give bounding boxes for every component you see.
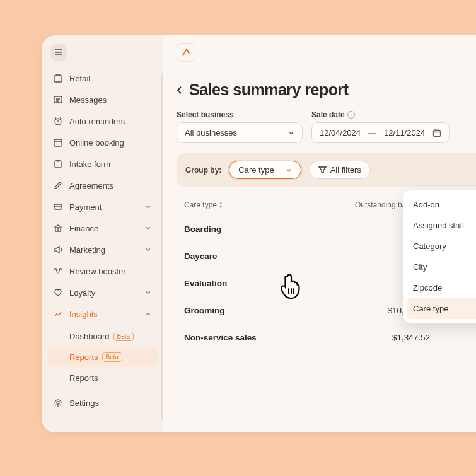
date-separator: — [368, 128, 376, 137]
nav-finance[interactable]: Finance [47, 218, 158, 238]
select-business-value: All businesses [185, 128, 237, 137]
back-button[interactable] [177, 86, 183, 95]
dropdown-option[interactable]: Category [407, 236, 476, 257]
select-business-dropdown[interactable]: All businesses [177, 122, 303, 143]
select-business-group: Select business All businesses [177, 110, 303, 143]
nav-payment[interactable]: Payment [47, 197, 158, 217]
chart-icon [53, 309, 63, 319]
chevron-down-icon [286, 167, 292, 173]
group-by-value: Care type [238, 165, 274, 175]
megaphone-icon [53, 245, 63, 255]
nav-label: Settings [69, 398, 151, 408]
filter-row: Select business All businesses Sale date… [177, 110, 476, 143]
date-to: 12/11/2024 [384, 128, 425, 137]
nav-label: Loyalty [69, 288, 139, 298]
subnav-label: Reports [69, 352, 98, 362]
row-name: Boarding [184, 224, 310, 234]
table-row[interactable]: Non-service sales$1,347.52 [177, 324, 476, 351]
group-by-select[interactable]: Care type [229, 161, 301, 179]
col-caretype[interactable]: Care type ▴▾ [184, 200, 310, 209]
chevron-down-icon [145, 225, 151, 231]
subnav-label: Reports [69, 373, 98, 383]
svg-rect-11 [434, 130, 441, 136]
subnav-reports-beta[interactable]: Reports Beta [47, 347, 158, 367]
svg-rect-1 [54, 96, 62, 103]
subnav-label: Dashboard [69, 332, 110, 341]
nav-label: Auto reminders [69, 117, 151, 126]
select-business-label: Select business [177, 110, 303, 119]
gear-icon [53, 398, 63, 408]
retail-icon [53, 73, 63, 83]
nav-label: Retail [69, 74, 151, 83]
app-window: Retail Messages Auto reminders Online bo… [42, 35, 476, 432]
main-content: Sales summary report Select business All… [163, 35, 476, 432]
chevron-up-icon [145, 311, 151, 317]
svg-point-10 [57, 402, 59, 404]
row-name: Evaluation [184, 279, 310, 288]
nav-label: Review booster [69, 267, 151, 276]
row-balance: $1,347.52 [310, 333, 430, 342]
svg-rect-4 [55, 161, 61, 168]
nav-label: Finance [69, 224, 139, 233]
messages-icon [53, 95, 63, 105]
nav-retail[interactable]: Retail [47, 68, 158, 88]
logo-icon [180, 47, 192, 58]
nodes-icon [53, 266, 63, 276]
app-logo[interactable] [177, 43, 195, 62]
nav-online-booking[interactable]: Online booking [47, 132, 158, 153]
chevron-down-icon [145, 247, 151, 253]
nav-loyalty[interactable]: Loyalty [47, 282, 158, 303]
sale-date-group: Sale date i 12/04/2024 — 12/11/2024 [311, 110, 450, 143]
nav-settings[interactable]: Settings [47, 393, 158, 413]
clipboard-icon [53, 159, 63, 169]
subnav-dashboard[interactable]: Dashboard Beta [47, 327, 158, 346]
sale-date-label: Sale date i [311, 110, 450, 119]
chevron-down-icon [288, 130, 294, 136]
group-by-label: Group by: [185, 166, 221, 175]
hamburger-button[interactable] [50, 44, 67, 61]
subnav-reports[interactable]: Reports [47, 368, 158, 388]
dropdown-option[interactable]: Care type [407, 298, 476, 319]
chevron-down-icon [145, 204, 151, 210]
dropdown-option[interactable]: Assigned staff [407, 215, 476, 236]
date-range-picker[interactable]: 12/04/2024 — 12/11/2024 [311, 122, 450, 143]
nav-insights[interactable]: Insights [47, 304, 158, 324]
alarm-icon [53, 116, 63, 126]
nav-agreements[interactable]: Agreements [47, 175, 158, 195]
nav-intake-form[interactable]: Intake form [47, 154, 158, 174]
filter-icon [318, 166, 327, 174]
beta-badge: Beta [102, 352, 123, 362]
bank-icon [53, 223, 63, 233]
nav-review-booster[interactable]: Review booster [47, 261, 158, 281]
pen-icon [53, 180, 63, 190]
booking-icon [53, 137, 63, 148]
nav-label: Payment [69, 202, 139, 212]
heart-icon [53, 287, 63, 298]
dropdown-option[interactable]: Zipcode [407, 277, 476, 298]
nav-label: Messages [69, 95, 151, 105]
card-icon [53, 202, 63, 212]
svg-rect-3 [54, 139, 62, 146]
info-icon[interactable]: i [347, 111, 355, 119]
nav-label: Insights [69, 310, 139, 319]
nav-label: Online booking [69, 138, 151, 148]
hamburger-icon [55, 49, 62, 55]
dropdown-option[interactable]: Add-on [407, 194, 476, 215]
calendar-icon [432, 129, 441, 137]
nav-marketing[interactable]: Marketing [47, 240, 158, 260]
group-filter-bar: Group by: Care type All filters [177, 153, 476, 187]
insights-submenu: Dashboard Beta Reports Beta Reports [47, 327, 158, 388]
row-name: Non-service sales [184, 333, 310, 342]
group-by-dropdown: Add-onAssigned staffCategoryCityZipcodeC… [403, 190, 476, 323]
sort-icon: ▴▾ [219, 200, 223, 209]
nav-label: Agreements [69, 181, 151, 190]
sidebar: Retail Messages Auto reminders Online bo… [42, 35, 163, 432]
nav-label: Marketing [69, 245, 139, 255]
row-name: Daycare [184, 252, 310, 261]
all-filters-button[interactable]: All filters [309, 161, 371, 179]
dropdown-option[interactable]: City [407, 257, 476, 277]
row-name: Grooming [184, 306, 310, 315]
nav-messages[interactable]: Messages [47, 90, 158, 110]
beta-badge: Beta [113, 332, 134, 341]
nav-auto-reminders[interactable]: Auto reminders [47, 111, 158, 131]
